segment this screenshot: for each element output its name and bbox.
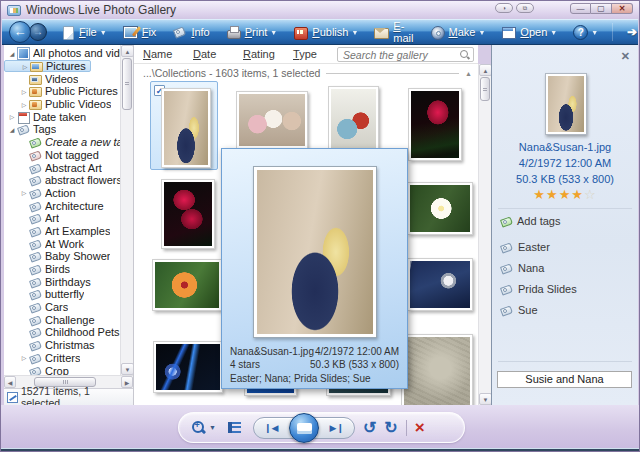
tree-expander-icon[interactable]: ▷ bbox=[19, 354, 29, 361]
scroll-up-icon[interactable]: ▲ bbox=[121, 45, 134, 57]
info-datetime[interactable]: 4/2/1972 12:00 AM bbox=[492, 157, 638, 169]
star-icon[interactable]: ★ bbox=[571, 187, 584, 202]
sort-by-rating[interactable]: Rating bbox=[243, 48, 284, 60]
tree-item[interactable]: Architecture bbox=[4, 199, 120, 212]
tree-item[interactable]: Challenge bbox=[4, 313, 120, 326]
file-menu-button[interactable]: File ▼ bbox=[52, 21, 115, 43]
rotate-clockwise-button[interactable]: ↻ bbox=[384, 420, 397, 436]
star-icon[interactable]: ★ bbox=[559, 187, 572, 202]
minimize-button[interactable]: — bbox=[570, 3, 591, 14]
tree-item[interactable]: Christmas bbox=[4, 339, 120, 352]
tree-expander-icon[interactable]: ◢ bbox=[7, 126, 17, 133]
tree-item[interactable]: abstract flowers bbox=[4, 174, 120, 187]
thumbnail[interactable] bbox=[407, 258, 473, 311]
publish-menu-button[interactable]: Publish ▼ bbox=[285, 21, 366, 43]
group-collapse-icon[interactable]: ▲ bbox=[465, 70, 472, 77]
tree-item[interactable]: ▷ Action bbox=[4, 187, 120, 200]
previous-button[interactable]: ❙◀ bbox=[264, 423, 278, 433]
tree-expander-icon[interactable]: ▷ bbox=[19, 101, 29, 108]
add-tags-button[interactable]: Add tags bbox=[500, 215, 560, 227]
thumbnail-photo bbox=[156, 344, 220, 390]
thumbnail[interactable] bbox=[407, 182, 473, 235]
forward-button[interactable]: → bbox=[29, 23, 47, 41]
tree-expander-icon[interactable]: ◢ bbox=[7, 50, 17, 57]
tree-item[interactable]: ◢ Tags bbox=[4, 123, 120, 136]
thumbnail[interactable] bbox=[408, 88, 462, 161]
thumbnail-view-icon[interactable] bbox=[228, 422, 241, 433]
search-icon[interactable] bbox=[459, 49, 470, 60]
slideshow-button[interactable] bbox=[289, 413, 319, 443]
rotate-counterclockwise-button[interactable]: ↺ bbox=[363, 420, 376, 436]
scroll-left-icon[interactable]: ◀ bbox=[4, 376, 16, 388]
caption-field[interactable]: Susie and Nana bbox=[497, 371, 632, 388]
tree-item[interactable]: ▷ Pictures bbox=[4, 60, 91, 73]
star-icon[interactable]: ☆ bbox=[584, 187, 597, 202]
fix-button[interactable]: Fix bbox=[115, 21, 165, 43]
tag-item[interactable]: Prida Slides bbox=[500, 283, 632, 295]
tree-item[interactable]: Art Examples bbox=[4, 225, 120, 238]
search-box[interactable] bbox=[337, 47, 474, 62]
chevron-down-icon[interactable]: ▼ bbox=[209, 424, 216, 431]
tree-item[interactable]: Abstract Art bbox=[4, 161, 120, 174]
open-menu-button[interactable]: Open ▼ bbox=[493, 21, 565, 43]
sign-in-button[interactable]: ➔ Sign in bbox=[619, 21, 640, 43]
maximize-button[interactable]: ▢ bbox=[591, 3, 612, 14]
sort-by-name[interactable]: Name bbox=[143, 48, 184, 60]
tree-expander-icon[interactable]: ▷ bbox=[19, 189, 29, 196]
main-toolbar: ← → File ▼ Fix Info Print ▼ Publish ▼ bbox=[2, 19, 638, 45]
thumbnail[interactable] bbox=[153, 341, 223, 393]
tree-expander-icon[interactable]: ▷ bbox=[7, 113, 17, 120]
tree-vertical-scrollbar[interactable]: ▲ ▼ bbox=[120, 45, 133, 375]
tree-scrollbar-thumb[interactable] bbox=[122, 58, 132, 110]
thumbnail[interactable] bbox=[236, 91, 308, 149]
back-button[interactable]: ← bbox=[9, 21, 31, 43]
tree-item[interactable]: Art bbox=[4, 212, 120, 225]
close-info-panel-icon[interactable]: ✕ bbox=[621, 50, 630, 63]
star-icon[interactable]: ★ bbox=[533, 187, 546, 202]
thumbnail[interactable] bbox=[161, 179, 215, 249]
next-button[interactable]: ▶❙ bbox=[329, 423, 343, 433]
thumbnail[interactable] bbox=[152, 259, 222, 311]
selected-thumbnail-highlight[interactable]: ✓ bbox=[150, 81, 218, 170]
print-menu-button[interactable]: Print ▼ bbox=[218, 21, 286, 43]
tree-expander-icon[interactable]: ▷ bbox=[19, 88, 29, 95]
tree-item[interactable]: ▷ Public Videos bbox=[4, 98, 120, 111]
scroll-down-icon[interactable]: ▼ bbox=[121, 363, 134, 375]
delete-button[interactable]: × bbox=[415, 420, 425, 436]
email-button[interactable]: E-mail bbox=[366, 21, 421, 43]
tree-item[interactable]: Cars bbox=[4, 301, 120, 314]
sort-by-date[interactable]: Date bbox=[193, 48, 234, 60]
capture-window-button[interactable]: ⧉ bbox=[516, 3, 534, 13]
add-tags-label: Add tags bbox=[517, 215, 560, 227]
tree-item[interactable]: ◢ All photos and videos bbox=[4, 47, 120, 60]
make-menu-button[interactable]: Make ▼ bbox=[422, 21, 494, 43]
help-menu-button[interactable]: ? ▼ bbox=[565, 21, 606, 43]
sort-by-type[interactable]: Type bbox=[293, 48, 334, 60]
tree-item[interactable]: Birthdays bbox=[4, 275, 120, 288]
star-icon[interactable]: ★ bbox=[546, 187, 559, 202]
tree-item[interactable]: Not tagged bbox=[4, 149, 120, 162]
gallery-vertical-scrollbar[interactable]: ▲ ▼ bbox=[478, 64, 491, 405]
tree-item[interactable]: At Work bbox=[4, 237, 120, 250]
tree-item[interactable]: Videos bbox=[4, 72, 120, 85]
zoom-button[interactable]: ▼ bbox=[191, 420, 216, 435]
gallery-scrollbar-thumb[interactable] bbox=[480, 77, 490, 101]
tag-item[interactable]: Sue bbox=[500, 304, 632, 316]
thumbnail[interactable] bbox=[401, 334, 473, 405]
tree-item[interactable]: Birds bbox=[4, 263, 120, 276]
tag-item[interactable]: Easter bbox=[500, 241, 632, 253]
tree-item[interactable]: Baby Shower bbox=[4, 250, 120, 263]
tree-item[interactable]: ▷ Public Pictures bbox=[4, 85, 120, 98]
tree-item[interactable]: ▷ Critters bbox=[4, 352, 120, 365]
tree-item[interactable]: butterfly bbox=[4, 288, 120, 301]
tag-item[interactable]: Nana bbox=[500, 262, 632, 274]
thumbnail[interactable] bbox=[161, 88, 211, 168]
close-button[interactable]: ✕ bbox=[612, 3, 633, 14]
search-input[interactable] bbox=[341, 48, 459, 62]
tree-expander-icon[interactable]: ▷ bbox=[20, 63, 30, 70]
tree-item[interactable]: ▷ Date taken bbox=[4, 110, 120, 123]
capture-eye-button[interactable]: ◑ bbox=[495, 3, 513, 13]
tree-item[interactable]: Childhood Pets bbox=[4, 326, 120, 339]
tree-item[interactable]: Create a new tag bbox=[4, 136, 120, 149]
info-button[interactable]: Info bbox=[164, 21, 217, 43]
